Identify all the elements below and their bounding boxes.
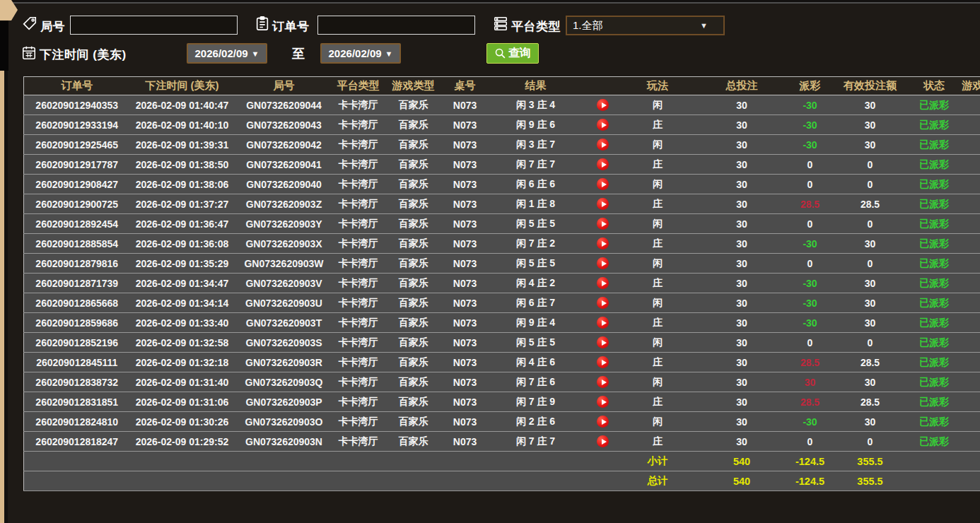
cell-order-no: 260209012859686 bbox=[24, 313, 130, 333]
summary-cell bbox=[959, 452, 980, 471]
date-to-button[interactable]: 2026/02/09 ▼ bbox=[320, 43, 401, 64]
cell-platform: 卡卡湾厅 bbox=[334, 155, 383, 175]
cell-result: 闲 4 庄 6 bbox=[486, 353, 585, 372]
cell-game-no: GN0732620903N bbox=[235, 432, 334, 452]
play-replay-button[interactable] bbox=[597, 139, 609, 151]
play-replay-button[interactable] bbox=[597, 416, 609, 428]
order-no-input[interactable] bbox=[317, 16, 475, 35]
cell-status: 已派彩 bbox=[909, 274, 959, 293]
play-replay-button[interactable] bbox=[597, 237, 609, 249]
cell-total-bet: 30 bbox=[695, 175, 789, 194]
summary-cell bbox=[235, 452, 334, 471]
platform-type-select[interactable]: 1.全部 ▼ bbox=[566, 16, 725, 35]
cell-bet-time: 2026-02-09 01:31:40 bbox=[130, 372, 235, 392]
bet-records-table-container: 订单号 下注时间 (美东) 局号 平台类型 游戏类型 桌号 结果 玩法 总投注 … bbox=[23, 76, 980, 515]
cell-game-no: GN0732620903V bbox=[235, 274, 334, 293]
cell-order-no: 260209012917787 bbox=[24, 155, 130, 175]
play-replay-button[interactable] bbox=[597, 218, 609, 230]
cell-bet-type: 闲 bbox=[621, 214, 695, 234]
cell-bet-time: 2026-02-09 01:33:40 bbox=[130, 313, 235, 333]
cell-order-no: 260209012871739 bbox=[24, 274, 130, 293]
play-replay-button[interactable] bbox=[597, 376, 609, 388]
cell-status: 已派彩 bbox=[909, 135, 959, 155]
cell-game-type: 百家乐 bbox=[383, 115, 444, 135]
cell-game-type: 百家乐 bbox=[383, 234, 444, 254]
cell-order-no: 260209012865668 bbox=[24, 293, 130, 313]
cell-play bbox=[585, 412, 621, 432]
cell-game-type: 百家乐 bbox=[383, 95, 444, 115]
platform-type-label: 平台类型 bbox=[511, 18, 561, 35]
calendar-icon bbox=[21, 45, 37, 60]
cell-status: 已派彩 bbox=[909, 214, 959, 234]
table-row: 2602090128182472026-02-09 01:29:52GN0732… bbox=[24, 432, 980, 452]
cell-order-no: 260209012892454 bbox=[24, 214, 130, 234]
cell-payout: -30 bbox=[789, 135, 832, 155]
cell-bet-type: 闲 bbox=[621, 412, 695, 432]
play-replay-button[interactable] bbox=[597, 198, 609, 210]
cell-platform: 卡卡湾厅 bbox=[334, 175, 383, 194]
date-from-button[interactable]: 2026/02/09 ▼ bbox=[187, 43, 267, 64]
cell-payout: 28.5 bbox=[789, 353, 832, 372]
play-replay-button[interactable] bbox=[597, 297, 609, 309]
play-replay-button[interactable] bbox=[597, 317, 609, 329]
cell-result: 闲 3 庄 4 bbox=[486, 95, 585, 115]
cell-payout: 0 bbox=[789, 214, 832, 234]
summary-cell bbox=[444, 452, 486, 471]
summary-cell bbox=[909, 471, 959, 491]
play-replay-button[interactable] bbox=[597, 119, 609, 131]
cell-bet-time: 2026-02-09 01:38:06 bbox=[130, 175, 235, 194]
cell-game-no: GN0732620903Q bbox=[235, 372, 334, 392]
summary-cell bbox=[444, 471, 486, 491]
cell-play bbox=[585, 254, 621, 274]
cell-payout: 0 bbox=[789, 254, 832, 274]
query-button[interactable]: 查询 bbox=[486, 43, 539, 64]
cell-bet-time: 2026-02-09 01:29:52 bbox=[130, 432, 235, 452]
cell-payout: -30 bbox=[789, 293, 832, 313]
cell-bet-time: 2026-02-09 01:40:47 bbox=[130, 95, 235, 115]
play-replay-button[interactable] bbox=[597, 356, 609, 368]
table-row: 2602090128798162026-02-09 01:35:29GN0732… bbox=[24, 254, 980, 274]
cell-game-type: 百家乐 bbox=[383, 274, 444, 293]
play-replay-button[interactable] bbox=[597, 396, 609, 408]
game-no-input[interactable] bbox=[70, 16, 238, 35]
play-replay-button[interactable] bbox=[597, 257, 609, 269]
cell-table-no: N073 bbox=[444, 135, 486, 155]
play-replay-button[interactable] bbox=[597, 277, 609, 289]
cell-valid-bet: 0 bbox=[832, 214, 909, 234]
cell-bet-type: 庄 bbox=[621, 155, 695, 175]
cell-order-no: 260209012852196 bbox=[24, 333, 130, 353]
cell-table-no: N073 bbox=[444, 115, 486, 135]
cell-order-no: 260209012838732 bbox=[24, 372, 130, 392]
cell-payout: -30 bbox=[789, 234, 832, 254]
cell-table-no: N073 bbox=[444, 372, 486, 392]
cell-game-type: 百家乐 bbox=[383, 293, 444, 313]
summary-cell bbox=[130, 471, 235, 491]
table-row: 2602090128521962026-02-09 01:32:58GN0732… bbox=[24, 333, 980, 353]
cell-table-no: N073 bbox=[444, 392, 486, 412]
play-replay-button[interactable] bbox=[597, 178, 609, 190]
table-row: 2602090128656682026-02-09 01:34:14GN0732… bbox=[24, 293, 980, 313]
cell-total-bet: 30 bbox=[695, 234, 789, 254]
cell-valid-bet: 28.5 bbox=[832, 353, 909, 372]
play-replay-button[interactable] bbox=[597, 435, 609, 447]
cell-result: 闲 9 庄 4 bbox=[486, 313, 585, 333]
cell-game-type: 百家乐 bbox=[383, 175, 444, 194]
cell-status: 已派彩 bbox=[909, 155, 959, 175]
play-replay-button[interactable] bbox=[597, 158, 609, 170]
cell-game-no: GN07326209042 bbox=[235, 135, 334, 155]
play-replay-button[interactable] bbox=[597, 99, 609, 111]
cell-total-bet: 30 bbox=[695, 432, 789, 452]
cell-order-no: 260209012925465 bbox=[24, 135, 130, 155]
cell-game-no: GN0732620903P bbox=[235, 392, 334, 412]
cell-play bbox=[585, 175, 621, 194]
cell-play bbox=[585, 274, 621, 293]
cell-result: 闲 7 庄 6 bbox=[486, 372, 585, 392]
summary-label: 小计 bbox=[621, 452, 695, 471]
cell-payout: 28.5 bbox=[789, 392, 832, 412]
chevron-down-icon: ▼ bbox=[700, 21, 708, 30]
cell-bet-type: 庄 bbox=[621, 115, 695, 135]
play-replay-button[interactable] bbox=[597, 336, 609, 348]
cell-platform: 卡卡湾厅 bbox=[334, 254, 383, 274]
cell-platform: 卡卡湾厅 bbox=[334, 412, 383, 432]
cell-game bbox=[959, 333, 980, 353]
